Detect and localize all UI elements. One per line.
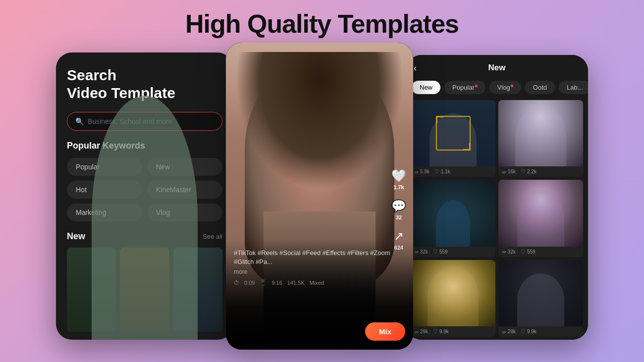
tab-new[interactable]: New [412,81,440,94]
tab-vlog[interactable]: Vlog [489,81,521,94]
aspect-ratio: 9:16 [271,280,282,286]
heart-icon-1: ♡ [434,168,439,175]
mix-button[interactable]: Mix [365,322,405,341]
views-stat-5: ∞ 29k [415,328,428,335]
duration: 0:09 [244,280,255,286]
video-meta: ⏱ 0:09 📱 9:16 141.5K Mixed [234,279,405,286]
thumb-photo-3 [411,180,495,246]
right-thumb-5[interactable]: ∞ 29k ♡ 9.9k [411,260,495,337]
phones-container: SearchVideo Template 🔍 Business, School … [0,48,644,350]
right-thumb-3[interactable]: ∞ 32k ♡ 559 [411,180,495,257]
views-stat-3: ∞ 32k [415,249,428,255]
heart-icon-5: ♡ [433,328,438,335]
right-thumb-1[interactable]: ∞ 5.9k ♡ 1.1k [411,100,495,177]
loop-icon-3: ∞ [415,249,419,255]
heart-icon: 🤍 [391,169,406,183]
comment-count: 32 [396,214,402,220]
likes-stat-6: ♡ 9.9k [521,328,537,335]
right-thumb-grid: ∞ 5.9k ♡ 1.1k [406,97,588,340]
device-icon: 📱 [260,279,267,286]
right-thumb-2[interactable]: ∞ 16k ♡ 2.2k [498,100,583,177]
comment-action[interactable]: 💬 32 [391,199,406,220]
like-count: 1.7k [393,184,404,190]
hair-area [235,52,404,190]
comment-icon: 💬 [391,199,406,213]
video-type: Mixed [310,280,324,286]
right-thumb-4[interactable]: ∞ 32k ♡ 559 [498,180,583,257]
right-tabs: New Popular Vlog Ootd Lab... [406,78,588,97]
thumb-2-stats: ∞ 16k ♡ 2.2k [498,166,583,177]
left-phone: SearchVideo Template 🔍 Business, School … [56,52,233,340]
face-scan-overlay [436,116,471,151]
tab-label[interactable]: Lab... [559,81,588,94]
views-stat-6: ∞ 29k [502,328,516,335]
views-stat-1: ∞ 5.9k [415,168,429,175]
right-phone-content: ‹ New New Popular Vlog Ootd Lab... [406,55,588,340]
heart-icon-2: ♡ [521,168,526,175]
right-phone: ‹ New New Popular Vlog Ootd Lab... [406,55,588,340]
center-phone-content: 🤍 1.7k 💬 32 ↗ 624 #TikTok #Reels #Social… [226,43,413,350]
center-overlay-bottom: #TikTok #Reels #Social #Feed #Effects #F… [226,241,413,350]
thumb-6-stats: ∞ 29k ♡ 9.9k [498,326,583,337]
heart-icon-6: ♡ [521,328,526,335]
right-header-title: New [488,63,506,73]
loop-icon-2: ∞ [502,169,506,175]
thumb-photo-4 [498,180,583,246]
right-thumb-6[interactable]: ∞ 29k ♡ 9.9k [498,260,583,337]
thumb-5-stats: ∞ 29k ♡ 9.9k [411,326,495,337]
loop-icon-5: ∞ [415,329,419,335]
thumb-1-stats: ∞ 5.9k ♡ 1.1k [411,166,495,177]
loop-icon-4: ∞ [502,249,506,255]
thumb-4-stats: ∞ 32k ♡ 559 [498,247,583,257]
loop-icon: ∞ [415,169,419,175]
thumb-photo-2 [498,100,583,166]
right-header: ‹ New [406,55,588,78]
tab-ootd[interactable]: Ootd [525,81,555,94]
more-button[interactable]: more [234,268,405,275]
view-count: 141.5K [287,280,305,286]
heart-icon-4: ♡ [521,249,526,255]
new-thumbnail-row [67,248,222,332]
like-action[interactable]: 🤍 1.7k [391,169,406,190]
center-phone: 🤍 1.7k 💬 32 ↗ 624 #TikTok #Reels #Social… [226,43,413,350]
thumb-3-stats: ∞ 32k ♡ 559 [411,247,495,257]
likes-stat-4: ♡ 559 [521,249,536,255]
thumb-photo-5 [411,260,495,326]
likes-stat-3: ♡ 559 [433,249,448,255]
likes-stat-1: ♡ 1.1k [434,168,450,175]
heart-icon-3: ♡ [433,249,438,255]
thumb-photo-6 [498,260,583,326]
hashtags-text: #TikTok #Reels #Social #Feed #Effects #F… [234,249,405,266]
likes-stat-2: ♡ 2.2k [521,168,537,175]
views-stat-4: ∞ 32k [502,249,516,255]
tab-popular[interactable]: Popular [444,81,485,94]
thumb-photo-1 [411,100,495,166]
views-stat-2: ∞ 16k [502,168,516,175]
duration-icon: ⏱ [234,280,239,286]
thumb-item-3[interactable] [173,248,222,332]
likes-stat-5: ♡ 9.9k [433,328,449,335]
side-actions: 🤍 1.7k 💬 32 ↗ 624 [391,169,406,251]
loop-icon-6: ∞ [502,329,506,335]
back-button[interactable]: ‹ [414,63,417,73]
page-title: High Quality Templates [185,9,459,39]
left-phone-content: SearchVideo Template 🔍 Business, School … [56,52,233,340]
